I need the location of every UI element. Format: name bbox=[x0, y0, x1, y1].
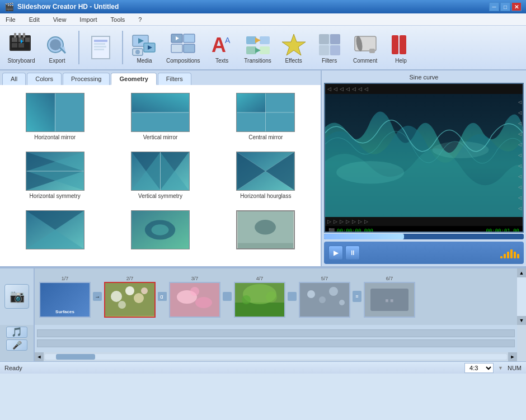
compositions-label: Compositions bbox=[166, 58, 200, 64]
slide-track-row: 📷 1/7 Surfaces → 2/7 bbox=[0, 267, 526, 325]
media-label: Media bbox=[137, 58, 152, 64]
v-scroll: ▲ ▼ bbox=[517, 268, 526, 325]
minimize-button[interactable]: ─ bbox=[489, 2, 499, 11]
audio-tracks bbox=[35, 325, 517, 352]
vol-bar-1 bbox=[500, 256, 502, 258]
toolbar-compositions[interactable]: Compositions bbox=[163, 28, 203, 67]
toolbar-filters[interactable]: Filters bbox=[313, 28, 346, 67]
effect-9[interactable] bbox=[215, 207, 316, 255]
svg-rect-42 bbox=[330, 34, 340, 44]
scroll-up[interactable]: ▲ bbox=[517, 268, 526, 277]
effect-thumb-h-hourglass bbox=[236, 152, 295, 191]
svg-point-96 bbox=[141, 287, 148, 294]
toolbar: Storyboard Export bbox=[0, 26, 526, 70]
transition-4[interactable] bbox=[288, 292, 297, 301]
slide-item-2[interactable]: 2/7 bbox=[104, 276, 156, 318]
menu-help[interactable]: ? bbox=[135, 15, 145, 24]
vol-bar-6 bbox=[517, 254, 519, 258]
toolbar-blank[interactable] bbox=[84, 28, 118, 67]
toolbar-help[interactable]: Help bbox=[384, 28, 418, 67]
svg-text:≡ ≡: ≡ ≡ bbox=[386, 298, 394, 304]
svg-rect-28 bbox=[171, 44, 182, 53]
effect-8[interactable] bbox=[110, 207, 210, 255]
effect-7[interactable] bbox=[4, 207, 105, 255]
slide-item-4[interactable]: 4/7 bbox=[234, 276, 285, 318]
effect-horizontal-mirror[interactable]: Horizontal mirror bbox=[4, 89, 105, 144]
effect-thumb-h-mirror bbox=[26, 93, 84, 132]
svg-rect-104 bbox=[235, 303, 284, 317]
slide-item-3[interactable]: 3/7 bbox=[169, 276, 220, 318]
h-scroll-track[interactable] bbox=[45, 354, 507, 360]
slide-num-4: 4/7 bbox=[256, 276, 264, 281]
effect-vertical-mirror[interactable]: Vertical mirror bbox=[110, 89, 210, 144]
tab-geometry[interactable]: Geometry bbox=[111, 73, 156, 85]
vol-bar-5 bbox=[514, 252, 516, 258]
tab-colors[interactable]: Colors bbox=[27, 73, 62, 85]
play-controls-bar: ▶ ⏸ bbox=[324, 242, 524, 264]
toolbar-media[interactable]: Media bbox=[128, 28, 161, 67]
help-icon bbox=[388, 32, 414, 58]
toolbar-comment[interactable]: Comment bbox=[349, 28, 382, 67]
effect-h-hourglass[interactable]: Horizontal hourglass bbox=[215, 148, 316, 202]
toolbar-export[interactable]: Export bbox=[40, 28, 74, 67]
tab-filters[interactable]: Filters bbox=[158, 73, 191, 85]
volume-control bbox=[500, 247, 519, 258]
play-button[interactable]: ▶ bbox=[328, 246, 343, 260]
toolbar-storyboard[interactable]: Storyboard bbox=[4, 28, 38, 67]
tool-music[interactable]: 🎵 bbox=[6, 327, 27, 338]
menu-tools[interactable]: Tools bbox=[107, 15, 129, 24]
svg-rect-27 bbox=[184, 34, 195, 43]
slide-thumb-flowers bbox=[105, 282, 154, 317]
tab-all[interactable]: All bbox=[2, 73, 26, 85]
ratio-select[interactable]: 4:3 16:9 bbox=[464, 363, 494, 373]
audio-track-2 bbox=[37, 339, 515, 347]
menu-file[interactable]: File bbox=[2, 15, 19, 24]
slide-item-5[interactable]: 5/7 bbox=[299, 276, 350, 318]
tab-processing[interactable]: Processing bbox=[63, 73, 110, 85]
svg-rect-37 bbox=[260, 46, 270, 54]
slide-item-1[interactable]: 1/7 Surfaces bbox=[39, 276, 91, 318]
menu-import[interactable]: Import bbox=[76, 15, 100, 24]
svg-rect-47 bbox=[369, 49, 375, 53]
compositions-icon bbox=[170, 32, 196, 58]
svg-rect-53 bbox=[26, 93, 55, 131]
maximize-button[interactable]: □ bbox=[500, 2, 510, 11]
slide-item-6[interactable]: 6/7 ≡ ≡ bbox=[364, 276, 415, 318]
preview-progress-track[interactable] bbox=[324, 234, 524, 239]
h-scroll-thumb[interactable] bbox=[56, 354, 95, 360]
effect-central-mirror[interactable]: Central mirror bbox=[215, 89, 316, 144]
timeline-tool-camera[interactable]: 📷 bbox=[4, 284, 29, 309]
close-button[interactable]: ✕ bbox=[511, 2, 522, 11]
menu-view[interactable]: View bbox=[50, 15, 70, 24]
effect-h-symmetry[interactable]: Horizontal symmetry bbox=[4, 148, 105, 202]
preview-title: Sine curve bbox=[324, 73, 524, 83]
effect-v-symmetry[interactable]: Vertical symmetry bbox=[110, 148, 210, 202]
effect-thumb-v-mirror bbox=[131, 93, 190, 132]
h-scroll-left[interactable]: ◄ bbox=[35, 352, 44, 361]
svg-rect-9 bbox=[18, 33, 21, 37]
effect-label-h-mirror: Horizontal mirror bbox=[34, 134, 76, 140]
timecode-right: 00:00:01.00 bbox=[486, 228, 519, 233]
texts-icon: A A bbox=[209, 32, 235, 58]
transition-5[interactable]: ≡ bbox=[353, 291, 361, 302]
timeline-tools: 📷 bbox=[0, 268, 35, 325]
vol-bar-4 bbox=[510, 249, 513, 258]
menu-edit[interactable]: Edit bbox=[26, 15, 43, 24]
tool-mic[interactable]: 🎤 bbox=[6, 339, 27, 351]
toolbar-transitions[interactable]: Transitions bbox=[241, 28, 275, 67]
svg-rect-49 bbox=[400, 35, 406, 54]
svg-rect-63 bbox=[237, 93, 266, 112]
h-scroll-right[interactable]: ► bbox=[508, 352, 517, 361]
filmstrip-top: ◁ ◁ ◁ ◁ ◁ ◁ ◁ bbox=[325, 84, 523, 94]
toolbar-effects[interactable]: Effects bbox=[277, 28, 311, 67]
timecode-bar: ⬛ 00:00:00.000 00:00:01.00 bbox=[325, 226, 523, 233]
storyboard-label: Storyboard bbox=[8, 58, 35, 64]
h-scroll-corner bbox=[0, 352, 35, 361]
scroll-down[interactable]: ▼ bbox=[517, 316, 526, 325]
transition-1[interactable]: → bbox=[93, 292, 102, 301]
svg-rect-41 bbox=[319, 34, 329, 44]
toolbar-texts[interactable]: A A Texts bbox=[205, 28, 239, 67]
transition-3[interactable] bbox=[223, 292, 232, 301]
pause-button[interactable]: ⏸ bbox=[345, 246, 360, 260]
transition-2[interactable]: α bbox=[158, 292, 167, 301]
